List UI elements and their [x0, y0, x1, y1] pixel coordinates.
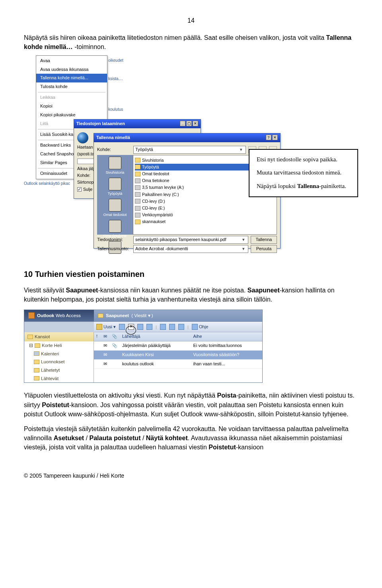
msg-subject: ihan vaan testi...: [191, 360, 262, 369]
col-importance[interactable]: !: [94, 332, 101, 341]
check-icon[interactable]: [169, 324, 175, 330]
move-icon[interactable]: [137, 324, 143, 330]
reply-icon[interactable]: [119, 324, 125, 330]
folders-header[interactable]: Kansiot: [24, 332, 94, 341]
place-my-documents[interactable]: Omat tiedostot: [103, 199, 127, 218]
file-item[interactable]: Verkkoympäristö: [135, 212, 275, 218]
instruction-callout: Etsi nyt tiedostolle sopiva paikka. Muut…: [249, 149, 358, 197]
folder-icon: [34, 360, 39, 364]
close-icon[interactable]: ✕: [272, 135, 278, 140]
ctx-save-target-as[interactable]: Tallenna kohde nimellä...: [36, 74, 107, 82]
filename-label: Tiedostonimi:: [97, 237, 131, 243]
filetype-label: Tallennusmuoto:: [97, 246, 131, 252]
folder-name: Saapuneet: [106, 312, 129, 319]
root-folder[interactable]: ⊟ Korte Heli: [24, 341, 94, 350]
text-bold: Poistetut: [42, 402, 69, 408]
owa-folder-header: Saapuneet ( Viestit ▾ ): [94, 310, 262, 321]
callout-p3: Näpäytä lopuksi Tallenna-painiketta.: [257, 182, 350, 191]
col-subject[interactable]: Aihe: [191, 332, 262, 341]
folder-icon: [34, 368, 39, 372]
download-title: Tiedostojen lataaminen: [76, 121, 125, 127]
file-name: skannaukset: [142, 219, 166, 225]
folder-label: Lähtevät: [41, 375, 58, 382]
file-item[interactable]: CD-levy (D:): [135, 198, 275, 205]
paragraph-4: Poistettuja viestejä säilytetään kuitenk…: [24, 424, 358, 452]
minimize-icon[interactable]: _: [180, 121, 185, 126]
bg-tab-label: koulutus: [108, 106, 132, 113]
separator: [38, 92, 105, 92]
message-row[interactable]: ✉📎 Järjestelmän pääkäyttäjä Ei voitu toi…: [94, 341, 262, 351]
kohde-combobox[interactable]: Työpöytä ▾: [133, 146, 246, 154]
maximize-icon[interactable]: ▢: [186, 121, 192, 126]
paragraph-3: Yläpuolen viestiluettelosta on aktivoitu…: [24, 391, 358, 419]
text-bold: Saapuneet: [66, 287, 98, 294]
folder-item[interactable]: Luonnokset: [24, 358, 94, 366]
file-name: Verkkoympäristö: [142, 212, 173, 218]
owa-toolbar: Uusi ▾ | | Ohje: [94, 322, 262, 333]
filetype-value: Adobe Acrobat -dokumentti: [135, 246, 188, 252]
folder-icon: [34, 376, 39, 380]
file-name: Oma tietokone: [142, 178, 169, 184]
place-my-computer[interactable]: Oma tietokone: [103, 220, 127, 239]
help-label: Ohje: [199, 324, 208, 330]
text: -toiminnon.: [73, 43, 106, 50]
help-button[interactable]: Ohje: [192, 324, 208, 330]
screenshot-outlook-web-access: Outlook Web Access Saapuneet ( Viestit ▾…: [24, 310, 263, 383]
reply-all-icon[interactable]: [146, 324, 152, 330]
folder-item[interactable]: Lähetetyt: [24, 366, 94, 374]
filetype-combobox[interactable]: Adobe Acrobat -dokumentti▾: [133, 245, 248, 253]
chevron-down-icon: ▾: [241, 246, 246, 252]
message-row[interactable]: ✉ koulutus outlook ihan vaan testi...: [94, 360, 262, 369]
col-attachment[interactable]: 📎: [109, 332, 120, 341]
folder-item[interactable]: Lähtevät: [24, 374, 94, 383]
place-desktop[interactable]: Työpöytä: [108, 178, 123, 196]
file-name: Paikallinen levy (C:): [142, 192, 179, 198]
cancel-button[interactable]: Peruuta: [251, 245, 277, 253]
message-row[interactable]: ✉ Kuukkanen Kirsi Vuosilomista säästöön?: [94, 351, 262, 360]
file-name: Omat tiedostot: [142, 171, 169, 177]
text-bold: Poista: [217, 392, 236, 399]
folders-label: Kansiot: [35, 333, 50, 340]
save-button[interactable]: Tallenna: [251, 236, 277, 244]
ctx-open-new-window[interactable]: Avaa uudessa ikkunassa: [36, 65, 107, 74]
ctx-print-target[interactable]: Tulosta kohde: [36, 82, 107, 91]
folder-item[interactable]: Kalenteri: [24, 350, 94, 358]
col-from[interactable]: Lähettäjä: [120, 332, 191, 341]
text-bold: Näytä kohteet: [146, 435, 188, 441]
ctx-copy-shortcut[interactable]: Kopioi pikakuvake: [36, 111, 107, 120]
intro-paragraph: Näpäytä siis hiiren oikeaa painiketta li…: [24, 33, 358, 51]
help-icon[interactable]: ?: [266, 135, 271, 140]
forward-icon[interactable]: [160, 324, 166, 330]
outlook-bg-text: Outlook selainkäyttö pikac: [24, 181, 70, 187]
text: /: [84, 435, 89, 441]
print-icon[interactable]: [178, 324, 184, 330]
msg-from: koulutus outlook: [120, 360, 191, 369]
callout-p1: Etsi nyt tiedostolle sopiva paikka.: [257, 155, 350, 164]
file-item[interactable]: skannaukset: [135, 218, 275, 225]
text-bold: Tallenna: [297, 183, 319, 189]
col-type[interactable]: ✉: [101, 332, 109, 341]
ctx-copy[interactable]: Kopioi: [36, 102, 107, 111]
filename-input[interactable]: selainkäyttö pikaopas Tampereen kaupunki…: [133, 236, 248, 244]
ctx-open[interactable]: Avaa: [36, 57, 107, 65]
text-bold: Palauta poistetut: [90, 435, 141, 441]
file-item[interactable]: CD-levy (E:): [135, 205, 275, 212]
globe-icon: [77, 132, 88, 143]
close-after-checkbox[interactable]: [77, 187, 82, 192]
download-titlebar: Tiedostojen lataaminen _ ▢ ✕: [74, 120, 201, 128]
text-bold: Asetukset: [54, 435, 84, 441]
file-name: Sivuhistoria: [142, 157, 164, 163]
folder-icon: [98, 314, 103, 318]
page-number: 14: [24, 16, 358, 25]
owa-logo: Outlook Web Access: [24, 310, 94, 321]
new-button[interactable]: Uusi ▾: [96, 324, 116, 330]
msg-subject: Ei voitu toimittaa:luonnos: [191, 341, 262, 351]
root-label: Korte Heli: [42, 342, 62, 349]
folder-view-dropdown[interactable]: ( Viestit ▾ ): [131, 312, 153, 319]
delete-icon[interactable]: [128, 324, 134, 330]
place-history[interactable]: Sivuhistoria: [106, 157, 125, 175]
folder-label: Kalenteri: [41, 351, 59, 357]
places-bar: Sivuhistoria Työpöytä Omat tiedostot Oma…: [97, 155, 133, 235]
chevron-down-icon: ▾: [241, 237, 246, 243]
close-icon[interactable]: ✕: [193, 121, 198, 126]
